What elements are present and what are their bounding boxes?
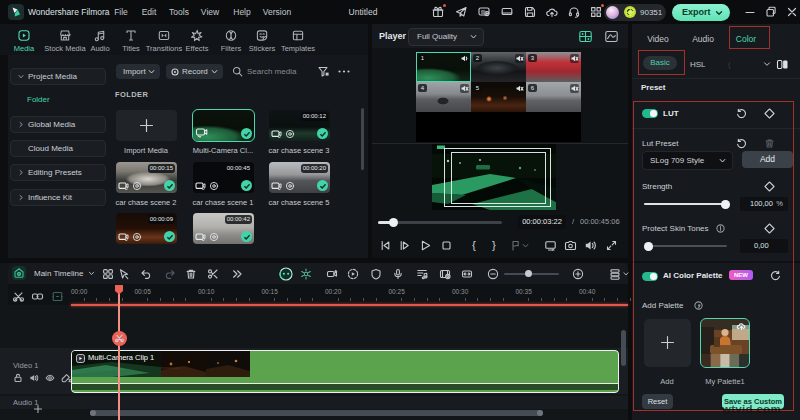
menu-view[interactable]: View: [201, 0, 219, 24]
playhead-line[interactable]: [118, 285, 120, 420]
account-pill[interactable]: 90351: [604, 4, 666, 21]
headset-icon[interactable]: [567, 5, 581, 19]
render-preview-icon[interactable]: [439, 268, 451, 280]
menu-version[interactable]: Version: [263, 0, 291, 24]
compare-view-icon[interactable]: [776, 58, 789, 71]
transform-inner-handle[interactable]: [451, 152, 546, 204]
timeline-selector-caret[interactable]: [88, 270, 95, 277]
multicam-cell-3[interactable]: 3: [526, 52, 581, 82]
device-icon[interactable]: [500, 5, 514, 19]
track-effects-off-icon[interactable]: [61, 373, 71, 383]
voiceover-icon[interactable]: [392, 268, 404, 280]
marker-button[interactable]: [509, 239, 521, 251]
auto-split-icon[interactable]: [12, 290, 25, 303]
media-item-scene3[interactable]: 00:00:12: [269, 110, 330, 141]
cloud-upload-icon[interactable]: [545, 5, 559, 19]
split-icon[interactable]: [207, 268, 219, 280]
next-frame-button[interactable]: [398, 239, 410, 251]
subtitles-icon[interactable]: [416, 268, 428, 280]
filter-icon[interactable]: [317, 65, 330, 78]
avatar[interactable]: [606, 6, 619, 19]
previous-frame-button[interactable]: [379, 239, 391, 251]
track-lock-icon[interactable]: [13, 373, 23, 383]
playhead-scissors-handle[interactable]: [112, 331, 127, 346]
sidebar-item-project-media[interactable]: Project Media: [10, 68, 106, 85]
multicam-cell-4[interactable]: 4: [416, 82, 471, 112]
home-button[interactable]: [12, 266, 26, 280]
delete-icon[interactable]: [185, 268, 197, 280]
media-item-import[interactable]: [116, 110, 177, 141]
track-height-caret[interactable]: [623, 271, 629, 277]
zoom-out-icon[interactable]: [487, 268, 499, 280]
zoom-in-icon[interactable]: [572, 268, 584, 280]
menu-edit[interactable]: Edit: [142, 0, 157, 24]
mark-out-button[interactable]: }: [488, 239, 500, 251]
close-button[interactable]: [784, 4, 800, 20]
tab-templates[interactable]: Templates: [269, 24, 327, 55]
export-button[interactable]: Export: [672, 4, 730, 21]
layout-grid-icon[interactable]: [102, 268, 114, 280]
record-button[interactable]: Record: [166, 64, 223, 79]
track-height-icon[interactable]: [609, 268, 621, 280]
track-hide-icon[interactable]: [45, 373, 55, 383]
multicam-cell-6[interactable]: 6: [526, 82, 581, 112]
timeline-v-scrollbar[interactable]: [621, 330, 626, 366]
import-button[interactable]: Import: [116, 64, 160, 79]
multicam-cell-1[interactable]: 1: [416, 52, 471, 82]
subtab-hsl[interactable]: HSL: [690, 57, 706, 72]
speed-ramp-icon[interactable]: [347, 268, 359, 280]
scopes-button[interactable]: [604, 29, 619, 44]
shield-icon[interactable]: [370, 268, 382, 280]
mark-in-button[interactable]: {: [468, 239, 480, 251]
fullscreen-button[interactable]: [605, 239, 617, 251]
zoom-slider-handle[interactable]: [525, 270, 532, 277]
multicam-cell-2[interactable]: 2: [471, 52, 526, 82]
more-options-icon[interactable]: [337, 65, 351, 78]
timeline-clip[interactable]: Multi-Camera Clip 1: [71, 350, 619, 393]
timeline-h-scrollbar[interactable]: [90, 410, 543, 416]
mirror-screen-button[interactable]: [544, 239, 556, 251]
sidebar-item-folder[interactable]: Folder: [27, 93, 97, 107]
marker-caret-icon[interactable]: [522, 239, 529, 251]
timeline-selector[interactable]: Main Timeline: [34, 263, 83, 284]
timeline-ruler[interactable]: 00:0000:0500:1000:1500:2000:2500:3000:35…: [8, 284, 628, 305]
apps-grid-icon[interactable]: [589, 5, 603, 19]
seek-handle[interactable]: [389, 218, 398, 227]
add-track-icon[interactable]: [33, 404, 43, 414]
track-mute-icon[interactable]: [29, 373, 39, 383]
snapshot-button[interactable]: [564, 239, 576, 251]
sidebar-item-influence-kit[interactable]: Influence Kit: [10, 189, 106, 206]
send-icon[interactable]: [454, 5, 468, 19]
media-item-scene2[interactable]: 00:00:15: [116, 162, 177, 193]
save-icon[interactable]: [523, 5, 537, 19]
track-manager-icon[interactable]: [51, 290, 64, 303]
subtabs-caret-icon[interactable]: [763, 60, 771, 68]
restore-button[interactable]: [763, 4, 779, 20]
ai-enhance-icon[interactable]: [300, 268, 312, 280]
multicam-view-button[interactable]: [578, 29, 593, 44]
undo-icon[interactable]: [140, 268, 152, 280]
media-item-multicam[interactable]: [193, 110, 254, 141]
quality-dropdown[interactable]: Full Quality: [408, 28, 484, 46]
camera-track-icon[interactable]: [326, 268, 338, 280]
link-clips-icon[interactable]: [31, 290, 44, 303]
multicam-cell-5[interactable]: 5: [471, 82, 526, 112]
volume-button[interactable]: [584, 239, 596, 251]
menu-file[interactable]: File: [114, 0, 128, 24]
stop-button[interactable]: [440, 239, 452, 251]
more-tools-icon[interactable]: [231, 268, 243, 280]
media-scrollbar[interactable]: [361, 108, 364, 170]
menu-tools[interactable]: Tools: [169, 0, 189, 24]
play-button[interactable]: [419, 239, 431, 251]
media-item-8[interactable]: 00:00:42: [193, 213, 254, 244]
gift-icon[interactable]: [431, 5, 445, 19]
playhead-head[interactable]: [114, 284, 124, 295]
sidebar-item-editing-presets[interactable]: Editing Presets: [10, 164, 106, 181]
menu-help[interactable]: Help: [233, 0, 250, 24]
sidebar-item-global-media[interactable]: Global Media: [10, 116, 106, 133]
sidebar-item-cloud-media[interactable]: Cloud Media: [10, 140, 106, 157]
search-input[interactable]: Search media: [247, 64, 296, 79]
ai-copilot-icon[interactable]: [280, 268, 292, 280]
redo-icon[interactable]: [164, 268, 176, 280]
minimize-button[interactable]: [742, 4, 758, 20]
